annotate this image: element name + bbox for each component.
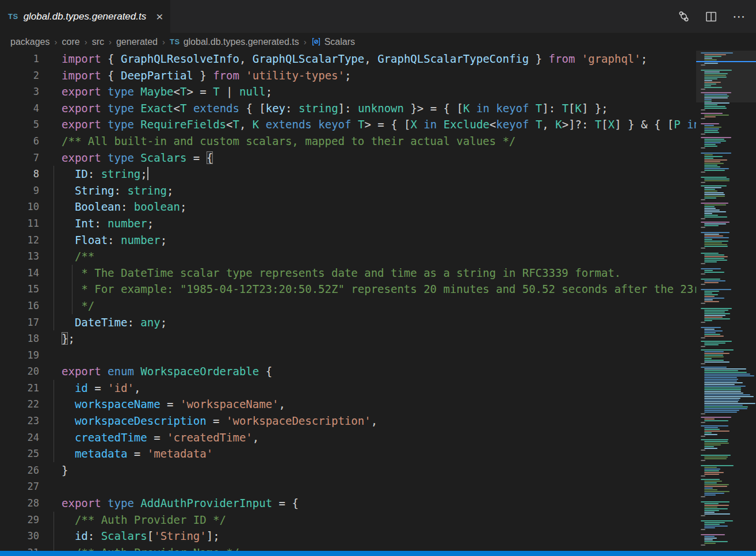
code-line[interactable]: 13 /** bbox=[0, 248, 756, 265]
code-line[interactable]: 16 */ bbox=[0, 298, 756, 314]
code-line[interactable]: 3export type Maybe<T> = T | null; bbox=[0, 83, 756, 100]
code-line[interactable]: 21 id = 'id', bbox=[0, 380, 756, 397]
code-line[interactable]: 26} bbox=[0, 462, 756, 479]
line-number[interactable]: 9 bbox=[0, 182, 39, 199]
code-line[interactable]: 12 Float: number; bbox=[0, 232, 756, 249]
line-number[interactable]: 30 bbox=[0, 528, 39, 544]
code-line[interactable]: 1import { GraphQLResolveInfo, GraphQLSca… bbox=[0, 51, 756, 67]
line-number[interactable]: 6 bbox=[0, 133, 39, 150]
minimap-line bbox=[704, 394, 750, 395]
code-line[interactable]: 18}; bbox=[0, 330, 756, 347]
line-number[interactable]: 13 bbox=[0, 248, 39, 265]
line-number[interactable]: 26 bbox=[0, 462, 39, 479]
minimap-line bbox=[701, 147, 705, 148]
line-number[interactable]: 20 bbox=[0, 363, 39, 380]
minimap-line bbox=[704, 235, 723, 237]
code-line[interactable]: 19 bbox=[0, 347, 756, 364]
chevron-right-icon: › bbox=[108, 37, 112, 47]
line-number[interactable]: 29 bbox=[0, 512, 39, 528]
line-number[interactable]: 4 bbox=[0, 100, 39, 117]
code-text: export type AddAuthProviderInput = { bbox=[62, 495, 299, 512]
minimap-line bbox=[701, 520, 733, 521]
minimap-line bbox=[701, 289, 731, 290]
breadcrumb-item-packages[interactable]: packages bbox=[10, 37, 50, 47]
line-number[interactable]: 10 bbox=[0, 199, 39, 215]
text-cursor bbox=[147, 167, 148, 180]
minimap-line bbox=[704, 320, 712, 321]
line-number[interactable]: 17 bbox=[0, 314, 39, 331]
line-number[interactable]: 12 bbox=[0, 232, 39, 249]
more-actions-icon[interactable]: ⋯ bbox=[732, 14, 746, 20]
code-text: * For example: "1985-04-12T23:20:50.52Z"… bbox=[62, 281, 739, 298]
line-number[interactable]: 28 bbox=[0, 495, 39, 512]
breadcrumb-item-file[interactable]: TS global.db.types.generated.ts bbox=[170, 37, 299, 47]
line-number[interactable]: 8 bbox=[0, 166, 39, 182]
breadcrumb-item-generated[interactable]: generated bbox=[116, 37, 158, 47]
line-number[interactable]: 16 bbox=[0, 298, 39, 314]
line-number[interactable]: 18 bbox=[0, 330, 39, 347]
line-number[interactable]: 22 bbox=[0, 396, 39, 413]
line-number[interactable]: 31 bbox=[0, 544, 39, 551]
code-line[interactable]: 30 id: Scalars['String']; bbox=[0, 528, 756, 544]
code-line[interactable]: 8 ID: string; bbox=[0, 166, 756, 182]
line-number[interactable]: 5 bbox=[0, 116, 39, 133]
code-line[interactable]: 27 bbox=[0, 478, 756, 495]
minimap-line bbox=[704, 242, 722, 243]
code-line[interactable]: 29 /** Auth Provider ID */ bbox=[0, 512, 756, 528]
line-number[interactable]: 15 bbox=[0, 281, 39, 298]
editor-tab[interactable]: TS global.db.types.generated.ts × bbox=[0, 0, 170, 33]
minimap-line bbox=[701, 284, 705, 285]
breadcrumb-item-core[interactable]: core bbox=[62, 37, 80, 47]
line-number[interactable]: 21 bbox=[0, 380, 39, 397]
minimap-line bbox=[704, 292, 712, 294]
minimap-line bbox=[704, 389, 741, 390]
code-text: workspaceDescription = 'workspaceDescrip… bbox=[62, 413, 377, 429]
line-number[interactable]: 3 bbox=[0, 83, 39, 100]
breadcrumb-item-symbol[interactable]: Scalars bbox=[311, 37, 355, 47]
line-number[interactable]: 1 bbox=[0, 51, 39, 67]
line-number[interactable]: 14 bbox=[0, 265, 39, 281]
code-line[interactable]: 10 Boolean: boolean; bbox=[0, 199, 756, 215]
split-editor-icon[interactable] bbox=[705, 11, 717, 22]
code-line[interactable]: 14 * The DateTime scalar type represents… bbox=[0, 265, 756, 281]
line-number[interactable]: 23 bbox=[0, 413, 39, 429]
code-line[interactable]: 28export type AddAuthProviderInput = { bbox=[0, 495, 756, 512]
line-number[interactable]: 24 bbox=[0, 429, 39, 446]
minimap-line bbox=[704, 215, 718, 216]
minimap-line bbox=[704, 246, 728, 247]
line-number[interactable]: 25 bbox=[0, 445, 39, 462]
line-number[interactable]: 2 bbox=[0, 67, 39, 84]
breadcrumb-item-src[interactable]: src bbox=[92, 37, 104, 47]
code-line[interactable]: 22 workspaceName = 'workspaceName', bbox=[0, 396, 756, 413]
code-line[interactable]: 2import { DeepPartial } from 'utility-ty… bbox=[0, 67, 756, 84]
minimap-line bbox=[701, 203, 728, 204]
line-number[interactable]: 27 bbox=[0, 478, 39, 495]
line-number[interactable]: 7 bbox=[0, 150, 39, 166]
code-line[interactable]: 4export type Exact<T extends { [key: str… bbox=[0, 100, 756, 117]
minimap-line bbox=[701, 123, 719, 124]
minimap[interactable] bbox=[696, 51, 756, 551]
code-line[interactable]: 11 Int: number; bbox=[0, 215, 756, 232]
code-line[interactable]: 6/** All built-in and custom scalars, ma… bbox=[0, 133, 756, 150]
minimap-line bbox=[704, 94, 727, 95]
open-changes-icon[interactable] bbox=[678, 10, 690, 22]
code-line[interactable]: 9 String: string; bbox=[0, 182, 756, 199]
line-number[interactable]: 19 bbox=[0, 347, 39, 364]
code-line[interactable]: 17 DateTime: any; bbox=[0, 314, 756, 331]
line-number[interactable]: 11 bbox=[0, 215, 39, 232]
code-line[interactable]: 15 * For example: "1985-04-12T23:20:50.5… bbox=[0, 281, 756, 298]
minimap-line bbox=[704, 342, 726, 344]
code-line[interactable]: 24 createdTime = 'createdTime', bbox=[0, 429, 756, 446]
code-line[interactable]: 5export type RequireFields<T, K extends … bbox=[0, 116, 756, 133]
code-editor[interactable]: 1import { GraphQLResolveInfo, GraphQLSca… bbox=[0, 51, 756, 551]
code-line[interactable]: 7export type Scalars = { bbox=[0, 150, 756, 166]
minimap-line bbox=[704, 99, 712, 100]
code-line[interactable]: 20export enum WorkspaceOrderable { bbox=[0, 363, 756, 380]
minimap-line bbox=[704, 194, 725, 195]
minimap-line bbox=[704, 539, 713, 540]
code-line[interactable]: 23 workspaceDescription = 'workspaceDesc… bbox=[0, 413, 756, 429]
code-line[interactable]: 25 metadata = 'metadata' bbox=[0, 445, 756, 462]
close-icon[interactable]: × bbox=[156, 10, 163, 22]
minimap-line bbox=[701, 529, 705, 530]
code-line[interactable]: 31 /** Auth Provider Name */ bbox=[0, 544, 756, 551]
